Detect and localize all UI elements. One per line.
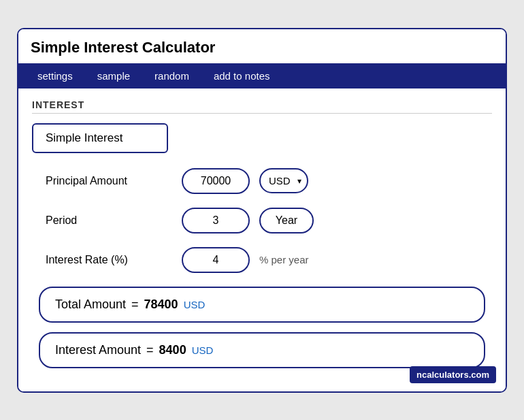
interest-amount-box: Interest Amount = 8400 USD — [39, 332, 485, 368]
section-label: INTEREST — [32, 99, 492, 114]
total-amount-value: 78400 — [144, 297, 178, 312]
results-area: Total Amount = 78400 USD Interest Amount… — [32, 287, 492, 368]
content-area: INTEREST Simple Interest Principal Amoun… — [18, 88, 506, 391]
total-amount-box: Total Amount = 78400 USD — [39, 287, 485, 323]
principal-row: Principal Amount USD EUR GBP INR — [32, 168, 492, 194]
interest-amount-currency: USD — [192, 344, 214, 356]
interest-rate-row: Interest Rate (%) % per year — [32, 247, 492, 273]
period-label: Period — [46, 214, 182, 227]
interest-amount-label: Interest Amount — [55, 343, 141, 357]
total-amount-currency: USD — [184, 299, 206, 310]
title-bar: Simple Interest Calculator — [18, 29, 506, 63]
total-amount-equals: = — [131, 297, 139, 312]
period-row: Period Year — [32, 208, 492, 233]
tab-settings[interactable]: settings — [25, 63, 85, 88]
period-unit: Year — [259, 208, 314, 233]
total-amount-label: Total Amount — [55, 297, 126, 312]
tab-add-to-notes[interactable]: add to notes — [201, 63, 282, 88]
calc-type-box: Simple Interest — [32, 123, 168, 153]
principal-label: Principal Amount — [46, 175, 182, 187]
tab-random[interactable]: random — [142, 63, 201, 88]
brand-badge: ncalculators.com — [410, 366, 496, 383]
nav-tabs: settings sample random add to notes — [18, 63, 506, 88]
currency-wrapper: USD EUR GBP INR — [250, 168, 308, 193]
currency-select[interactable]: USD EUR GBP INR — [259, 168, 308, 193]
principal-input[interactable] — [182, 168, 250, 194]
period-input[interactable] — [182, 208, 250, 233]
interest-amount-equals: = — [146, 343, 154, 357]
page-title: Simple Interest Calculator — [31, 39, 493, 56]
per-year-text: % per year — [259, 254, 309, 265]
calculator-container: Simple Interest Calculator settings samp… — [17, 28, 507, 393]
tab-sample[interactable]: sample — [85, 63, 142, 88]
interest-rate-label: Interest Rate (%) — [46, 254, 182, 266]
interest-amount-value: 8400 — [159, 343, 186, 357]
interest-rate-input[interactable] — [182, 247, 250, 273]
